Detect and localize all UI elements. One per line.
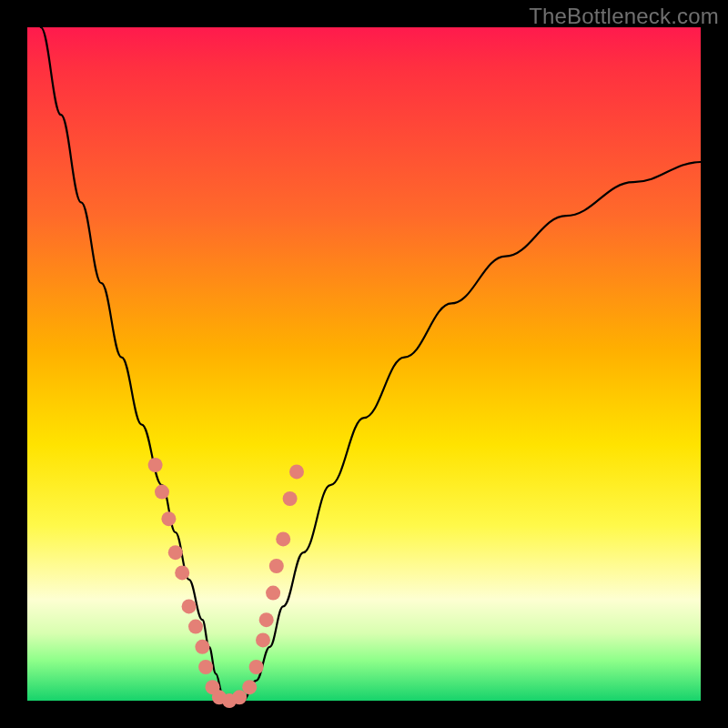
marker-dot xyxy=(175,565,189,580)
watermark-text: TheBottleneck.com xyxy=(529,4,719,29)
marker-dot xyxy=(148,458,163,472)
marker-dots xyxy=(148,458,304,708)
marker-dot xyxy=(161,511,176,526)
marker-dot xyxy=(155,485,169,500)
marker-dot xyxy=(249,660,264,674)
marker-dot xyxy=(269,559,284,573)
bottleneck-curve xyxy=(41,27,701,701)
marker-dot xyxy=(182,599,197,613)
plot-area xyxy=(27,27,701,701)
marker-dot xyxy=(195,640,209,654)
marker-dot xyxy=(276,531,290,546)
marker-dot xyxy=(256,632,270,647)
marker-dot xyxy=(283,491,298,506)
marker-dot xyxy=(198,660,213,674)
marker-dot xyxy=(266,586,280,601)
marker-dot xyxy=(242,680,257,694)
chart-frame: TheBottleneck.com xyxy=(0,0,728,728)
marker-dot xyxy=(259,612,274,627)
marker-dot xyxy=(188,620,203,634)
marker-dot xyxy=(168,545,183,560)
curve-layer xyxy=(27,27,701,701)
marker-dot xyxy=(289,464,304,479)
